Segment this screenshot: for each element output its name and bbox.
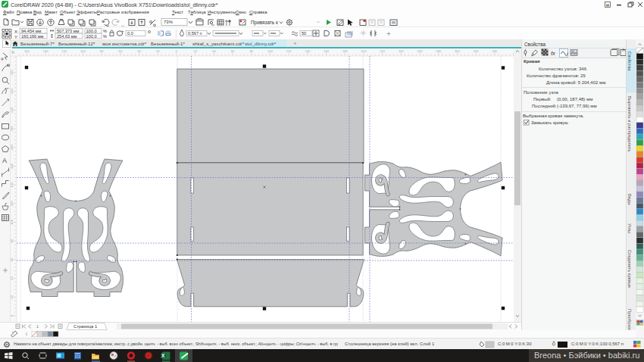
- svg-text:507,373 мм: 507,373 мм: [57, 29, 80, 33]
- svg-text:%: %: [11, 51, 14, 55]
- svg-text:%: %: [103, 29, 107, 33]
- svg-text:260: 260: [417, 49, 424, 53]
- svg-text:fx: fx: [551, 50, 555, 57]
- svg-text:80: 80: [249, 49, 253, 53]
- svg-text:Привязать к: Привязать к: [251, 20, 278, 26]
- svg-text:240: 240: [399, 49, 405, 53]
- svg-text:1: 1: [36, 324, 39, 329]
- svg-text:120: 120: [61, 49, 67, 53]
- svg-text:100: 100: [267, 49, 274, 53]
- svg-text:60: 60: [11, 257, 14, 261]
- svg-text:40: 40: [11, 276, 14, 280]
- svg-text:20: 20: [11, 295, 14, 298]
- svg-text:60: 60: [119, 49, 123, 53]
- svg-text:160: 160: [11, 163, 14, 169]
- svg-text:20: 20: [156, 49, 160, 53]
- svg-text:340: 340: [492, 49, 498, 53]
- svg-text:Y:: Y:: [14, 35, 19, 39]
- svg-text:50: 50: [302, 31, 306, 36]
- svg-text:254,63 мм: 254,63 мм: [57, 34, 77, 39]
- svg-text:A: A: [2, 157, 7, 164]
- svg-text:0,0: 0,0: [127, 31, 133, 36]
- svg-text:180: 180: [11, 145, 14, 151]
- svg-text:140: 140: [305, 49, 311, 53]
- svg-text:%: %: [103, 34, 107, 39]
- svg-text:180: 180: [342, 49, 349, 53]
- svg-text:280: 280: [436, 49, 442, 53]
- svg-text:200: 200: [11, 126, 14, 132]
- svg-text:0,567 п: 0,567 п: [188, 31, 202, 36]
- svg-text:X:: X:: [14, 30, 19, 34]
- svg-text:X: X: [161, 353, 165, 358]
- svg-text:Страница 1: Страница 1: [73, 324, 97, 329]
- svg-text:300: 300: [455, 49, 461, 53]
- svg-text:73%: 73%: [164, 20, 174, 24]
- svg-text:160: 160: [324, 49, 330, 53]
- svg-text:120: 120: [11, 201, 14, 207]
- svg-text:140: 140: [43, 49, 49, 53]
- svg-text:100: 100: [80, 49, 86, 53]
- svg-text:80: 80: [100, 49, 104, 53]
- svg-text:40: 40: [212, 49, 216, 53]
- svg-text:40: 40: [137, 49, 141, 53]
- svg-text:100,0: 100,0: [86, 29, 97, 33]
- svg-text:94,454 мм: 94,454 мм: [21, 29, 42, 33]
- svg-text:100: 100: [11, 219, 14, 225]
- svg-text:80: 80: [11, 239, 14, 242]
- svg-text:160,166 мм: 160,166 мм: [21, 34, 44, 39]
- svg-text:120: 120: [286, 49, 292, 53]
- svg-text:140: 140: [11, 182, 14, 188]
- svg-text:100,0: 100,0: [86, 34, 97, 39]
- svg-text:220: 220: [380, 49, 386, 53]
- svg-text:160: 160: [24, 49, 30, 53]
- svg-text:200: 200: [361, 49, 367, 53]
- svg-text:20: 20: [193, 49, 197, 53]
- svg-text:320: 320: [474, 49, 480, 53]
- svg-text:60: 60: [231, 49, 235, 53]
- svg-text:260: 260: [11, 70, 14, 76]
- svg-text:240: 240: [11, 88, 14, 94]
- svg-text:220: 220: [11, 107, 14, 113]
